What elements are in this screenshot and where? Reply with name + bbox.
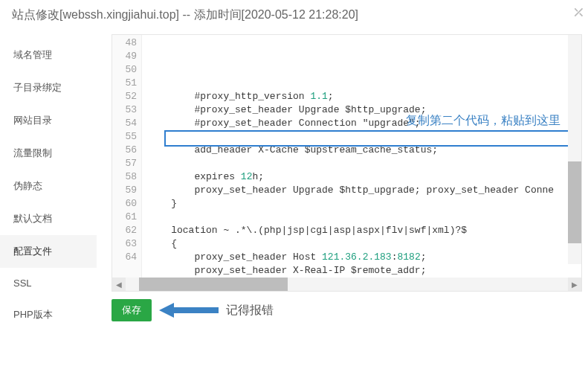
sidebar-item-label: PHP版本	[13, 309, 53, 320]
sidebar-item-sitedir[interactable]: 网站目录	[0, 104, 97, 137]
sidebar-item-label: 域名管理	[13, 49, 52, 60]
svg-marker-0	[159, 303, 219, 318]
sidebar: 域名管理 子目录绑定 网站目录 流量限制 伪静态 默认文档 配置文件 SSL P…	[0, 31, 97, 332]
horizontal-scroll-thumb[interactable]	[139, 278, 288, 291]
vertical-scroll-thumb[interactable]	[568, 161, 581, 243]
sidebar-item-domain[interactable]: 域名管理	[0, 39, 97, 71]
dialog-title: 站点修改[webssh.xingjiahui.top] -- 添加时间[2020…	[12, 8, 358, 21]
sidebar-item-rewrite[interactable]: 伪静态	[0, 170, 97, 202]
code-editor[interactable]: 4849505152535455565758596061626364 复制第二个…	[112, 34, 582, 292]
sidebar-item-label: 配置文件	[13, 246, 52, 257]
sidebar-item-config[interactable]: 配置文件	[0, 235, 97, 268]
sidebar-item-label: 子目录绑定	[13, 82, 62, 93]
sidebar-item-traffic[interactable]: 流量限制	[0, 137, 97, 170]
horizontal-scrollbar[interactable]: ◀ ▶	[112, 278, 581, 291]
save-button[interactable]: 保存	[112, 299, 152, 321]
scroll-left-icon[interactable]: ◀	[112, 278, 126, 291]
sidebar-item-label: 默认文档	[13, 213, 52, 224]
scroll-right-icon[interactable]: ▶	[568, 278, 581, 291]
editor-gutter: 4849505152535455565758596061626364	[112, 35, 142, 278]
editor-code[interactable]: 复制第二个代码，粘贴到这里 #proxy_http_version 1.1; #…	[142, 35, 581, 278]
sidebar-item-label: 网站目录	[13, 115, 52, 126]
close-icon[interactable]: ⤫	[572, 3, 585, 21]
arrow-annotation-icon	[159, 299, 219, 321]
sidebar-item-php[interactable]: PHP版本	[0, 298, 97, 331]
sidebar-item-ssl[interactable]: SSL	[0, 268, 97, 298]
sidebar-item-label: 伪静态	[13, 180, 42, 191]
annotation-save-note: 记得报错	[226, 303, 274, 318]
sidebar-item-default-doc[interactable]: 默认文档	[0, 202, 97, 235]
sidebar-item-label: 流量限制	[13, 147, 52, 158]
sidebar-item-subdir[interactable]: 子目录绑定	[0, 71, 97, 104]
vertical-scrollbar[interactable]	[568, 35, 581, 264]
sidebar-item-label: SSL	[13, 278, 32, 289]
